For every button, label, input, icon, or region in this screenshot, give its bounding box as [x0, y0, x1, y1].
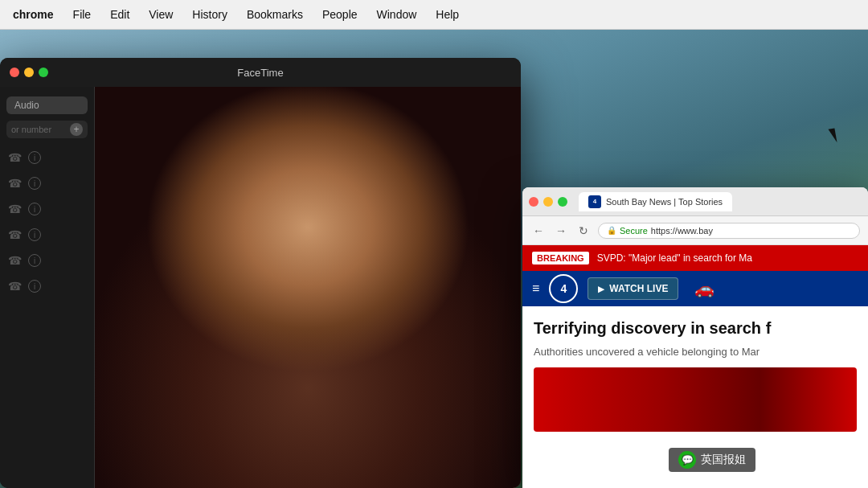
phone-icon: ☎: [8, 151, 22, 164]
menu-bookmarks[interactable]: Bookmarks: [247, 8, 303, 21]
info-icon[interactable]: i: [28, 151, 41, 164]
phone-icon: ☎: [8, 177, 22, 190]
wechat-badge: 💬 英国报姐: [669, 448, 755, 472]
menu-file[interactable]: File: [73, 8, 92, 21]
article-headline: Terrifying discovery in search f: [534, 318, 857, 338]
breaking-tag: BREAKING: [532, 252, 589, 265]
facetime-window: FaceTime Audio or number + ☎ i ☎ i ☎: [0, 58, 521, 488]
watch-live-label: WATCH LIVE: [609, 283, 668, 294]
chrome-close-button[interactable]: [529, 197, 538, 207]
facetime-sidebar: Audio or number + ☎ i ☎ i ☎ i ☎: [0, 87, 95, 488]
info-icon[interactable]: i: [28, 254, 41, 267]
chrome-tab-title: South Bay News | Top Stories: [606, 197, 723, 207]
contact-row[interactable]: ☎ i: [0, 145, 94, 170]
add-contact-button[interactable]: +: [70, 123, 83, 136]
menu-window[interactable]: Window: [377, 8, 417, 21]
forward-button[interactable]: →: [553, 223, 569, 239]
chrome-titlebar: 4 South Bay News | Top Stories: [522, 187, 868, 216]
info-icon[interactable]: i: [28, 177, 41, 190]
number-placeholder: or number: [11, 125, 70, 134]
hamburger-icon[interactable]: ≡: [532, 281, 539, 296]
contact-row[interactable]: ☎ i: [0, 170, 94, 196]
menu-chrome[interactable]: chrome: [13, 8, 54, 21]
number-input-area[interactable]: or number +: [6, 121, 88, 138]
person-silhouette: [95, 87, 521, 488]
wechat-label: 英国报姐: [701, 453, 746, 467]
facetime-title: FaceTime: [237, 67, 283, 79]
info-icon[interactable]: i: [28, 228, 41, 241]
watch-live-button[interactable]: ▶ WATCH LIVE: [588, 277, 678, 300]
menu-people[interactable]: People: [322, 8, 358, 21]
chrome-tab[interactable]: 4 South Bay News | Top Stories: [579, 192, 732, 211]
contact-row[interactable]: ☎ i: [0, 222, 94, 248]
chrome-maximize-button[interactable]: [558, 197, 567, 207]
url-text: https://www.bay: [651, 226, 713, 236]
phone-icon: ☎: [8, 280, 22, 293]
channel4-favicon: 4: [588, 195, 601, 208]
person-video: [95, 87, 521, 488]
contact-row[interactable]: ☎ i: [0, 196, 94, 222]
back-button[interactable]: ←: [530, 223, 547, 239]
contact-row[interactable]: ☎ i: [0, 248, 94, 273]
menu-edit[interactable]: Edit: [110, 8, 129, 21]
channel4-logo: 4: [549, 274, 578, 303]
minimize-button[interactable]: [24, 68, 34, 77]
traffic-lights: [10, 68, 48, 77]
breaking-news-banner: BREAKING SVPD: "Major lead" in search fo…: [522, 245, 868, 271]
url-bar[interactable]: 🔒 Secure https://www.bay: [598, 223, 860, 239]
facetime-titlebar: FaceTime: [0, 58, 521, 87]
news-navbar: ≡ 4 ▶ WATCH LIVE 🚗: [522, 271, 868, 306]
article-image: [534, 367, 857, 432]
audio-button[interactable]: Audio: [6, 96, 88, 114]
article-area: Terrifying discovery in search f Authori…: [522, 306, 868, 443]
secure-icon: 🔒: [607, 226, 616, 235]
menu-view[interactable]: View: [149, 8, 173, 21]
car-icon: 🚗: [694, 279, 714, 298]
info-icon[interactable]: i: [28, 280, 41, 293]
contact-row[interactable]: ☎ i: [0, 273, 94, 299]
menu-history[interactable]: History: [192, 8, 227, 21]
chrome-addressbar: ← → ↻ 🔒 Secure https://www.bay: [522, 216, 868, 245]
wechat-logo: 💬: [678, 451, 696, 469]
info-icon[interactable]: i: [28, 203, 41, 215]
article-subtext: Authorities uncovered a vehicle belongin…: [534, 345, 857, 359]
chrome-minimize-button[interactable]: [543, 197, 553, 207]
maximize-button[interactable]: [39, 68, 48, 77]
menu-bar: chrome File Edit View History Bookmarks …: [0, 0, 868, 30]
video-main: [95, 87, 521, 488]
close-button[interactable]: [10, 68, 19, 77]
phone-icon: ☎: [8, 203, 22, 215]
menu-help[interactable]: Help: [436, 8, 459, 21]
phone-icon: ☎: [8, 254, 22, 267]
refresh-button[interactable]: ↻: [575, 223, 592, 239]
secure-label: Secure: [620, 226, 648, 236]
breaking-text: SVPD: "Major lead" in search for Ma: [597, 252, 752, 264]
play-icon: ▶: [598, 285, 604, 293]
phone-icon: ☎: [8, 228, 22, 241]
chrome-browser-window: 4 South Bay News | Top Stories ← → ↻ 🔒 S…: [522, 187, 868, 488]
facetime-content: Audio or number + ☎ i ☎ i ☎ i ☎: [0, 87, 521, 488]
